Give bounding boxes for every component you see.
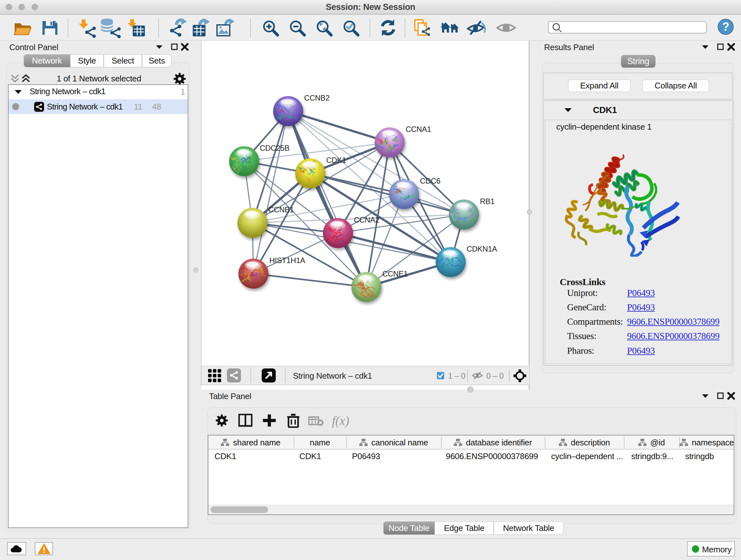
svg-text:CCNE1: CCNE1	[382, 269, 408, 278]
svg-text:CCNB1: CCNB1	[268, 205, 294, 214]
svg-text:RB1: RB1	[480, 197, 495, 206]
svg-text:CDC6: CDC6	[420, 177, 441, 185]
svg-text:CCNA2: CCNA2	[354, 215, 380, 224]
svg-text:HIST1H1A: HIST1H1A	[269, 256, 306, 265]
svg-text:CCNA1: CCNA1	[406, 125, 431, 133]
svg-text:CDC25B: CDC25B	[260, 144, 289, 152]
svg-text:CDK1: CDK1	[326, 156, 346, 165]
svg-text:CCNB2: CCNB2	[304, 94, 330, 102]
svg-text:CDKN1A: CDKN1A	[467, 245, 497, 253]
